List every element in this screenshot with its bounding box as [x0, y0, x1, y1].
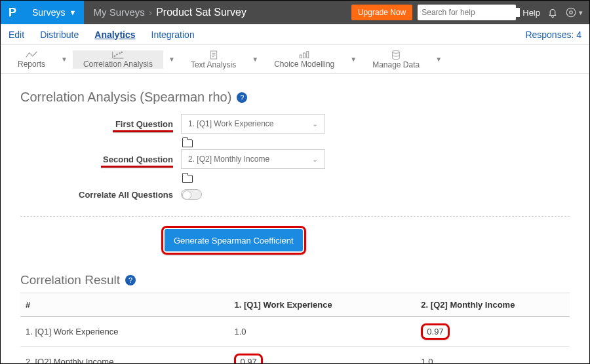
- folder-icon[interactable]: [182, 175, 193, 183]
- bar-chart-icon: [298, 50, 310, 60]
- cell-value: 1.0: [416, 347, 570, 365]
- tool-manage-data[interactable]: Manage Data: [362, 50, 430, 69]
- bell-icon[interactable]: [547, 7, 559, 18]
- second-question-value: 2. [Q2] Monthly Income: [188, 155, 269, 164]
- first-question-value: 1. [Q1] Work Experience: [188, 119, 274, 128]
- first-question-select[interactable]: 1. [Q1] Work Experience ⌄: [181, 114, 325, 134]
- folder-icon[interactable]: [182, 139, 193, 147]
- tab-integration[interactable]: Integration: [151, 29, 195, 40]
- svg-rect-14: [300, 55, 302, 58]
- chevron-down-icon[interactable]: ▼: [246, 56, 264, 63]
- top-bar: P Surveys ▼ My Surveys › Product Sat Sur…: [1, 1, 589, 24]
- correlate-all-toggle[interactable]: [181, 189, 202, 200]
- chevron-down-icon: ▼: [69, 9, 77, 16]
- second-question-select[interactable]: 2. [Q2] Monthly Income ⌄: [181, 149, 325, 169]
- generate-button[interactable]: Generate Spearman Coefficient: [165, 229, 303, 251]
- chevron-down-icon[interactable]: ▼: [163, 56, 180, 63]
- chevron-down-icon: ⌄: [312, 155, 318, 164]
- tab-analytics[interactable]: Analytics: [94, 29, 135, 40]
- first-question-label: First Question: [20, 119, 181, 129]
- tab-edit[interactable]: Edit: [9, 29, 24, 40]
- responses-link[interactable]: Responses: 4: [525, 29, 581, 40]
- annotation-highlight: 0.97: [234, 354, 262, 364]
- brand-logo[interactable]: P: [1, 1, 24, 24]
- panel-title-text: Correlation Analysis (Spearman rho): [20, 90, 231, 105]
- tab-distribute[interactable]: Distribute: [40, 29, 79, 40]
- result-panel: Correlation Result ? # 1. [Q1] Work Expe…: [20, 273, 570, 364]
- second-question-label: Second Question: [20, 155, 181, 164]
- row-label: 2. [Q2] Monthly Income: [20, 347, 229, 365]
- annotation-highlight: Generate Spearman Coefficient: [161, 226, 306, 255]
- divider: [20, 216, 570, 217]
- tool-correlation-label: Correlation Analysis: [83, 60, 153, 69]
- svg-point-8: [119, 52, 121, 54]
- help-icon[interactable]: ?: [125, 275, 136, 285]
- chevron-down-icon: ⌄: [312, 120, 318, 128]
- help-icon[interactable]: ?: [237, 92, 247, 103]
- help-search-input[interactable]: [422, 8, 520, 17]
- correlation-panel: Correlation Analysis (Spearman rho) ? Fi…: [1, 74, 589, 211]
- annotation-underline: [113, 130, 173, 132]
- correlate-all-label: Correlate All Questions: [20, 190, 181, 200]
- chevron-down-icon[interactable]: ▼: [345, 56, 362, 63]
- tool-choice-label: Choice Modelling: [274, 60, 334, 69]
- svg-point-17: [393, 50, 400, 53]
- chevron-right-icon: ›: [148, 7, 153, 18]
- database-icon: [391, 50, 401, 60]
- document-icon: [208, 50, 219, 60]
- chevron-down-icon[interactable]: ▼: [56, 56, 73, 63]
- cell-value: 1.0: [229, 317, 416, 347]
- breadcrumb-root[interactable]: My Surveys: [93, 7, 144, 18]
- annotation-highlight: 0.97: [421, 323, 449, 340]
- main-tab-bar: Edit Distribute Analytics Integration Re…: [1, 24, 589, 45]
- col-hash: #: [20, 293, 229, 317]
- breadcrumb: My Surveys › Product Sat Survey: [84, 7, 256, 18]
- svg-point-9: [121, 52, 123, 53]
- svg-point-6: [114, 55, 115, 56]
- upgrade-button[interactable]: Upgrade Now: [351, 5, 412, 20]
- panel-title: Correlation Analysis (Spearman rho) ?: [20, 90, 570, 105]
- correlation-table: # 1. [Q1] Work Experience 2. [Q2] Monthl…: [20, 293, 570, 364]
- result-title-text: Correlation Result: [20, 273, 120, 287]
- cell-value: 0.97: [229, 347, 416, 365]
- analytics-toolbar: Reports ▼ Correlation Analysis ▼ Text An…: [1, 45, 589, 74]
- svg-point-3: [570, 11, 573, 14]
- svg-rect-16: [307, 51, 309, 58]
- cell-value: 0.97: [416, 317, 570, 347]
- col-q1: 1. [Q1] Work Experience: [229, 293, 416, 317]
- table-row: 2. [Q2] Monthly Income 0.97 1.0: [20, 347, 570, 365]
- tool-correlation[interactable]: Correlation Analysis: [73, 50, 163, 69]
- surveys-dropdown[interactable]: Surveys ▼: [24, 1, 84, 24]
- breadcrumb-current: Product Sat Survey: [156, 7, 246, 18]
- tool-manage-label: Manage Data: [372, 60, 420, 69]
- tool-reports-label: Reports: [18, 60, 45, 69]
- chevron-down-icon: ▾: [579, 9, 583, 17]
- tool-text-label: Text Analysis: [191, 60, 236, 69]
- chart-line-icon: [25, 50, 38, 60]
- chevron-down-icon[interactable]: ▼: [430, 56, 447, 63]
- row-label: 1. [Q1] Work Experience: [20, 317, 229, 347]
- scatter-icon: [111, 50, 125, 60]
- tool-reports[interactable]: Reports: [7, 50, 56, 69]
- svg-point-7: [116, 54, 117, 55]
- table-row: 1. [Q1] Work Experience 1.0 0.97: [20, 317, 570, 347]
- svg-rect-15: [304, 53, 305, 58]
- tool-text-analysis[interactable]: Text Analysis: [180, 50, 246, 69]
- tool-choice-modelling[interactable]: Choice Modelling: [264, 50, 345, 69]
- svg-point-2: [566, 8, 576, 17]
- result-title: Correlation Result ?: [20, 273, 570, 287]
- user-menu[interactable]: ▾: [565, 7, 583, 18]
- help-link[interactable]: Help: [522, 8, 540, 18]
- col-q2: 2. [Q2] Monthly Income: [416, 293, 570, 317]
- help-search[interactable]: [418, 5, 516, 20]
- annotation-underline: [101, 166, 173, 168]
- surveys-label: Surveys: [32, 7, 66, 18]
